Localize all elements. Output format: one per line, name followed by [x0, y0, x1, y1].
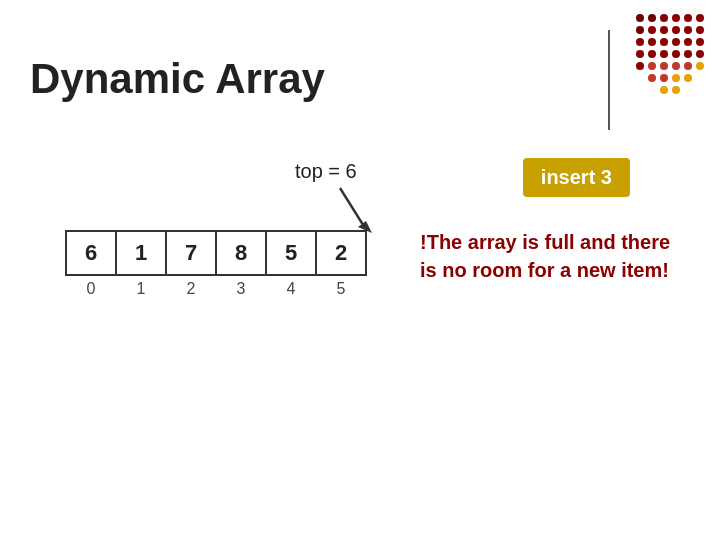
svg-point-2: [660, 14, 668, 22]
svg-point-29: [696, 62, 704, 70]
svg-point-32: [672, 74, 680, 82]
svg-point-1: [648, 14, 656, 22]
svg-point-12: [636, 38, 644, 46]
insert-button[interactable]: insert 3: [523, 158, 630, 197]
svg-point-19: [648, 50, 656, 58]
array-index-5: 5: [315, 280, 367, 298]
svg-point-22: [684, 50, 692, 58]
array-cells: 6 1 7 8 5 2: [65, 230, 365, 276]
array-container: 6 1 7 8 5 2 0 1 2 3 4 5: [65, 230, 365, 298]
svg-point-16: [684, 38, 692, 46]
svg-point-10: [684, 26, 692, 34]
array-index-1: 1: [115, 280, 167, 298]
svg-point-18: [636, 50, 644, 58]
array-cell-3: 8: [215, 230, 267, 276]
svg-point-23: [696, 50, 704, 58]
svg-point-8: [660, 26, 668, 34]
svg-point-30: [648, 74, 656, 82]
top-label: top = 6: [295, 160, 357, 183]
svg-point-4: [684, 14, 692, 22]
svg-point-7: [648, 26, 656, 34]
svg-line-36: [340, 188, 365, 228]
svg-point-28: [684, 62, 692, 70]
svg-point-24: [636, 62, 644, 70]
svg-point-17: [696, 38, 704, 46]
svg-point-5: [696, 14, 704, 22]
array-index-4: 4: [265, 280, 317, 298]
array-cell-4: 5: [265, 230, 317, 276]
array-index-0: 0: [65, 280, 117, 298]
array-cell-1: 1: [115, 230, 167, 276]
array-cell-5: 2: [315, 230, 367, 276]
svg-point-0: [636, 14, 644, 22]
svg-point-9: [672, 26, 680, 34]
svg-point-21: [672, 50, 680, 58]
svg-point-3: [672, 14, 680, 22]
svg-point-14: [660, 38, 668, 46]
svg-point-11: [696, 26, 704, 34]
array-index-3: 3: [215, 280, 267, 298]
message-text: !The array is full and there is no room …: [420, 228, 690, 284]
array-cell-2: 7: [165, 230, 217, 276]
page-title: Dynamic Array: [30, 55, 325, 103]
svg-point-31: [660, 74, 668, 82]
svg-point-6: [636, 26, 644, 34]
svg-point-34: [660, 86, 668, 94]
array-index-2: 2: [165, 280, 217, 298]
array-indices: 0 1 2 3 4 5: [65, 280, 365, 298]
svg-point-20: [660, 50, 668, 58]
array-cell-0: 6: [65, 230, 117, 276]
svg-point-26: [660, 62, 668, 70]
decorative-dot-grid: [630, 10, 710, 100]
vertical-divider: [608, 30, 610, 130]
svg-point-13: [648, 38, 656, 46]
svg-point-25: [648, 62, 656, 70]
svg-point-35: [672, 86, 680, 94]
svg-point-27: [672, 62, 680, 70]
svg-point-33: [684, 74, 692, 82]
svg-point-15: [672, 38, 680, 46]
